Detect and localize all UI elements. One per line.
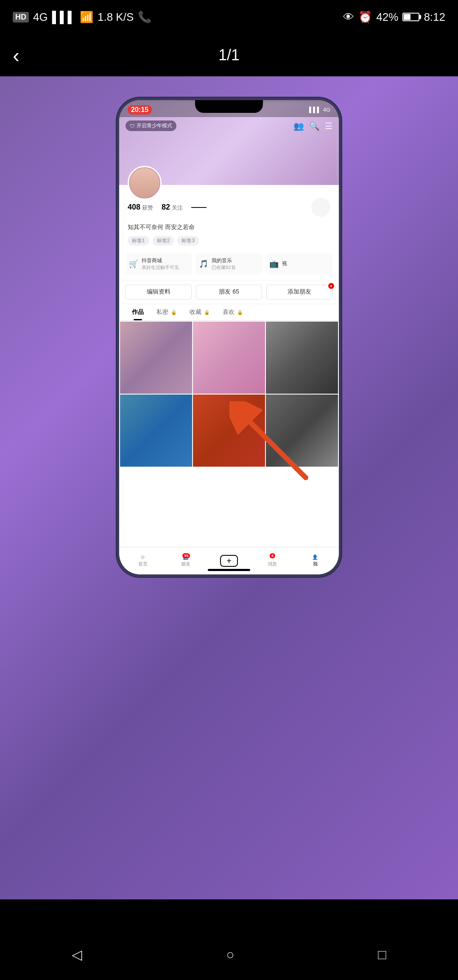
- grid-item-1[interactable]: [120, 322, 192, 394]
- likes-count: 408: [128, 203, 140, 212]
- plus-button[interactable]: +: [220, 555, 238, 567]
- tab-favorites[interactable]: 收藏 🔒: [183, 304, 216, 320]
- nav-me[interactable]: 👤 我: [293, 554, 337, 567]
- followers-count: ——: [191, 203, 207, 212]
- tag-1[interactable]: 标签1: [128, 236, 149, 246]
- friends-badge: 55: [182, 553, 190, 558]
- nav-plus[interactable]: +: [207, 555, 251, 567]
- tab-works-label: 作品: [132, 308, 144, 315]
- friends-button[interactable]: 朋友 65: [196, 285, 262, 300]
- grid-image-1: [120, 322, 192, 394]
- following-count: 82: [162, 203, 170, 212]
- messages-badge: 8: [270, 553, 275, 558]
- phone-volume-button: [117, 185, 118, 202]
- add-friends-button[interactable]: 添加朋友 ●: [266, 285, 332, 300]
- tab-favorites-label: 收藏: [190, 308, 201, 315]
- friends-icon[interactable]: 👥: [293, 121, 304, 131]
- video-icon: 📺: [269, 259, 279, 269]
- add-friends-label: 添加朋友: [288, 288, 311, 296]
- sys-home-button[interactable]: ○: [226, 947, 234, 963]
- music-sub: 已收藏92首: [212, 264, 235, 271]
- page-counter: 1/1: [218, 46, 240, 64]
- home-icon: ⊙: [141, 554, 145, 560]
- battery-icon: [402, 13, 419, 21]
- feature-cards: 🛒 抖音商城 美好生活触手可见 🎵 我的音乐 已收藏92首 📺: [119, 248, 339, 280]
- back-button[interactable]: ‹: [13, 44, 20, 67]
- grid-image-6: [266, 395, 338, 467]
- me-nav-icon: 👤: [312, 554, 318, 560]
- signal-bars: ▌▌▌: [52, 11, 75, 24]
- profile-content: 408 获赞 82 关注 —— 知其不可奈何 而安之若命 标签1 标签2 标签3: [119, 185, 339, 547]
- action-buttons: 编辑资料 朋友 65 添加朋友 ●: [119, 280, 339, 304]
- tab-private-label: 私密: [156, 308, 168, 315]
- tab-likes-label: 喜欢: [223, 308, 235, 315]
- tab-works[interactable]: 作品: [126, 304, 150, 320]
- avatar[interactable]: [128, 166, 162, 200]
- search-icon[interactable]: 🔍: [309, 121, 320, 131]
- phone-time: 20:15: [128, 105, 152, 115]
- tab-likes[interactable]: 喜欢 🔒: [216, 304, 249, 320]
- phone-signal: ▌▌▌: [309, 106, 321, 113]
- friends-label: 朋友 65: [219, 288, 239, 296]
- grid-item-2[interactable]: [193, 322, 265, 394]
- home-indicator: [208, 569, 250, 571]
- grid-item-3[interactable]: [266, 322, 338, 394]
- grid-item-4[interactable]: [120, 395, 192, 467]
- avatar-container: [128, 166, 162, 200]
- battery-percent: 42%: [376, 11, 398, 24]
- video-card[interactable]: 📺 视: [266, 253, 332, 275]
- phone-network: 4G: [323, 106, 330, 113]
- tag-3[interactable]: 标签3: [177, 236, 199, 246]
- video-title: 视: [282, 260, 287, 267]
- hd-badge: HD: [13, 12, 29, 22]
- following-label: 关注: [172, 204, 183, 212]
- phone-power-button: [340, 206, 341, 232]
- music-card[interactable]: 🎵 我的音乐 已收藏92首: [195, 253, 262, 275]
- shield-icon: 🛡: [130, 123, 135, 129]
- phone-screen: 20:15 ▌▌▌ 4G 🛡 开启青少年模式 👥 🔍 ☰: [119, 100, 339, 574]
- grid-item-5[interactable]: [193, 395, 265, 467]
- friends-nav-wrap: 👥 55: [183, 554, 189, 560]
- grid-image-3: [266, 322, 338, 394]
- followers-stat: ——: [191, 203, 207, 212]
- speed-indicator: 1.8 K/S: [98, 11, 134, 24]
- menu-icon[interactable]: ☰: [325, 121, 332, 131]
- tag-2[interactable]: 标签2: [153, 236, 174, 246]
- eye-icon: 👁: [343, 11, 354, 24]
- friends-nav-label: 朋友: [181, 561, 190, 567]
- home-label: 首页: [138, 561, 148, 567]
- likes-stat: 408 获赞: [128, 203, 153, 212]
- content-tabs: 作品 私密 🔒 收藏 🔒 喜欢 🔒: [119, 304, 339, 321]
- video-text: 视: [282, 260, 287, 267]
- grid-image-5: [193, 395, 265, 467]
- system-time: 8:12: [424, 11, 445, 24]
- grid-image-4: [120, 395, 192, 467]
- youth-mode-button[interactable]: 🛡 开启青少年模式: [126, 120, 176, 131]
- private-lock-icon: 🔒: [171, 310, 177, 315]
- messages-nav-label: 消息: [268, 561, 277, 567]
- nav-messages[interactable]: ✉ 8 消息: [251, 554, 294, 567]
- nav-home[interactable]: ⊙ 首页: [121, 554, 165, 567]
- me-nav-label: 我: [313, 561, 318, 567]
- settings-button[interactable]: [311, 198, 330, 217]
- sys-recent-button[interactable]: □: [378, 947, 386, 963]
- grid-image-2: [193, 322, 265, 394]
- nav-friends[interactable]: 👥 55 朋友: [165, 554, 208, 567]
- likes-lock-icon: 🔒: [237, 310, 243, 315]
- youth-mode-label: 开启青少年模式: [137, 122, 172, 129]
- network-indicator: 4G: [33, 11, 48, 24]
- edit-profile-button[interactable]: 编辑资料: [126, 285, 192, 300]
- avatar-image: [130, 168, 159, 198]
- phone-nav-overlay: 🛡 开启青少年模式 👥 🔍 ☰: [119, 116, 339, 135]
- shop-text: 抖音商城 美好生活触手可见: [142, 257, 179, 271]
- messages-nav-wrap: ✉ 8: [270, 554, 274, 560]
- bio-text: 知其不可奈何 而安之若命: [119, 221, 339, 234]
- grid-item-6[interactable]: [266, 395, 338, 467]
- sys-back-button[interactable]: ◁: [72, 946, 82, 963]
- nav-bar: ‹ 1/1: [0, 34, 458, 76]
- tab-private[interactable]: 私密 🔒: [150, 304, 183, 320]
- shop-card[interactable]: 🛒 抖音商城 美好生活触手可见: [126, 253, 192, 275]
- system-nav: ◁ ○ □: [0, 929, 458, 980]
- call-icon: 📞: [138, 11, 151, 24]
- system-status-bar: HD 4G ▌▌▌ 📶 1.8 K/S 📞 👁 ⏰ 42% 8:12: [0, 0, 458, 34]
